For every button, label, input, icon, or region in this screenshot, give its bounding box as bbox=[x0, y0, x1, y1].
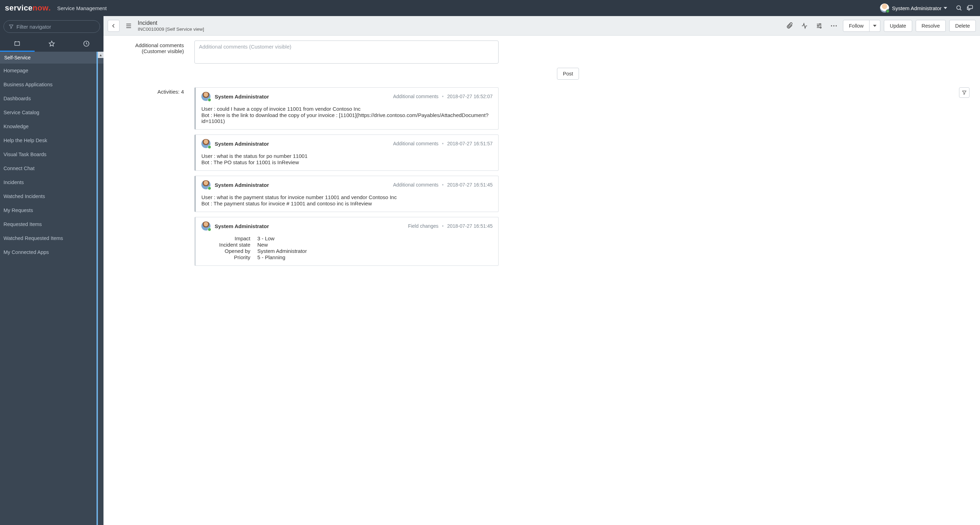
sidebar-item[interactable]: Service Catalog bbox=[0, 105, 103, 119]
activity-line: User : what is the status for po number … bbox=[201, 153, 493, 159]
sidebar-item[interactable]: Requested Items bbox=[0, 217, 103, 231]
personalize-form-button[interactable] bbox=[814, 20, 825, 32]
sidebar-item[interactable]: Watched Requested Items bbox=[0, 231, 103, 245]
activity-type: Additional comments bbox=[393, 141, 438, 146]
avatar bbox=[201, 222, 210, 230]
activity-card: System AdministratorAdditional comments•… bbox=[194, 176, 499, 212]
more-actions-button[interactable] bbox=[828, 20, 840, 32]
activity-author: System Administrator bbox=[215, 223, 269, 229]
chevron-down-icon bbox=[943, 7, 947, 9]
funnel-icon bbox=[962, 90, 967, 95]
form-menu-button[interactable] bbox=[123, 20, 134, 32]
sidebar-item[interactable]: Help the Help Desk bbox=[0, 133, 103, 148]
activity-timestamp: 2018-07-27 16:51:57 bbox=[447, 141, 493, 146]
post-button[interactable]: Post bbox=[557, 68, 579, 79]
svg-point-16 bbox=[831, 25, 832, 26]
svg-point-17 bbox=[833, 25, 834, 26]
field-change-row: Incident stateNew bbox=[201, 242, 493, 247]
activities-label: Activities: 4 bbox=[114, 87, 184, 95]
activity-line: Bot : The PO status for 11001 is InRevie… bbox=[201, 159, 493, 165]
star-icon bbox=[48, 40, 55, 47]
avatar bbox=[201, 139, 210, 148]
svg-point-11 bbox=[819, 24, 821, 24]
chevron-left-icon bbox=[111, 24, 116, 28]
paperclip-icon bbox=[786, 22, 793, 29]
activity-card: System AdministratorAdditional comments•… bbox=[194, 135, 499, 171]
activity-timestamp: 2018-07-27 16:51:45 bbox=[447, 182, 493, 187]
sidebar-item[interactable]: Visual Task Boards bbox=[0, 148, 103, 161]
nav-tabs bbox=[0, 36, 103, 52]
logo-suffix: . bbox=[49, 3, 51, 13]
chevron-down-icon bbox=[873, 25, 877, 27]
activity-line: Bot : Here is the link to download the c… bbox=[201, 112, 493, 124]
svg-point-0 bbox=[956, 6, 961, 10]
tab-history[interactable] bbox=[69, 36, 103, 52]
svg-rect-3 bbox=[15, 41, 20, 45]
sidebar: Self-Service ▲ HomepageBusiness Applicat… bbox=[0, 16, 103, 525]
chat-icon[interactable] bbox=[965, 2, 976, 14]
sidebar-item[interactable]: My Connected Apps bbox=[0, 245, 103, 259]
delete-button[interactable]: Delete bbox=[949, 20, 976, 32]
sidebar-item[interactable]: Watched Incidents bbox=[0, 189, 103, 203]
sidebar-item[interactable]: My Requests bbox=[0, 203, 103, 217]
menu-icon bbox=[125, 23, 132, 29]
field-change-row: Impact3 - Low bbox=[201, 235, 493, 241]
form-header: Incident INC0010009 [Self Service view] … bbox=[103, 16, 980, 36]
activity-list: System AdministratorAdditional comments•… bbox=[194, 87, 499, 271]
sidebar-item[interactable]: Dashboards bbox=[0, 92, 103, 105]
field-change-row: Priority5 - Planning bbox=[201, 254, 493, 260]
activity-author: System Administrator bbox=[215, 141, 269, 147]
activity-author: System Administrator bbox=[215, 94, 269, 100]
product-logo[interactable]: servicenow. bbox=[5, 3, 51, 13]
sliders-icon bbox=[816, 22, 822, 29]
svg-point-18 bbox=[835, 25, 837, 26]
resolve-button[interactable]: Resolve bbox=[916, 20, 946, 32]
comments-textarea[interactable]: Additional comments (Customer visible) bbox=[194, 41, 499, 63]
follow-button[interactable]: Follow bbox=[843, 20, 870, 32]
activity-card: System AdministratorField changes•2018-0… bbox=[194, 217, 499, 266]
activity-line: User : what is the payment status for in… bbox=[201, 194, 493, 200]
sidebar-item[interactable]: Business Applications bbox=[0, 78, 103, 92]
clock-icon bbox=[83, 40, 90, 47]
logo-text-2: now bbox=[32, 3, 49, 13]
tab-all-apps[interactable] bbox=[0, 36, 35, 52]
nav-list: HomepageBusiness ApplicationsDashboardsS… bbox=[0, 63, 103, 525]
sidebar-item[interactable]: Connect Chat bbox=[0, 161, 103, 175]
content-area: Incident INC0010009 [Self Service view] … bbox=[103, 16, 980, 525]
filter-input[interactable] bbox=[16, 24, 95, 30]
search-icon[interactable] bbox=[953, 2, 965, 14]
back-button[interactable] bbox=[108, 20, 119, 32]
update-button[interactable]: Update bbox=[884, 20, 912, 32]
scroll-up-icon[interactable]: ▲ bbox=[98, 52, 103, 58]
sidebar-item[interactable]: Incidents bbox=[0, 175, 103, 189]
tab-favorites[interactable] bbox=[35, 36, 69, 52]
field-label-comments: Additional comments (Customer visible) bbox=[114, 41, 184, 63]
user-name: System Administrator bbox=[892, 5, 942, 11]
more-icon bbox=[830, 24, 837, 27]
attachment-button[interactable] bbox=[784, 20, 795, 32]
activity-icon bbox=[801, 22, 808, 29]
avatar bbox=[201, 92, 210, 101]
activity-type: Additional comments bbox=[393, 182, 438, 187]
sidebar-item[interactable]: Homepage bbox=[0, 63, 103, 78]
follow-dropdown[interactable] bbox=[870, 20, 880, 32]
funnel-icon bbox=[9, 24, 14, 29]
activity-type: Field changes bbox=[408, 223, 438, 229]
svg-rect-2 bbox=[968, 6, 973, 9]
sidebar-item[interactable]: Knowledge bbox=[0, 119, 103, 133]
activity-stream-button[interactable] bbox=[799, 20, 810, 32]
svg-line-1 bbox=[960, 9, 961, 11]
top-banner: servicenow. Service Management System Ad… bbox=[0, 0, 980, 16]
filter-navigator[interactable] bbox=[3, 20, 100, 33]
nav-section-self-service[interactable]: Self-Service bbox=[0, 52, 103, 63]
activity-timestamp: 2018-07-27 16:51:45 bbox=[447, 223, 493, 229]
user-menu[interactable]: System Administrator bbox=[880, 3, 947, 13]
avatar bbox=[201, 180, 210, 189]
avatar bbox=[880, 3, 889, 13]
field-change-row: Opened bySystem Administrator bbox=[201, 248, 493, 254]
activity-line: User : could I have a copy of invoice 11… bbox=[201, 106, 493, 112]
activity-filter-button[interactable] bbox=[959, 87, 969, 98]
activity-author: System Administrator bbox=[215, 182, 269, 188]
svg-point-13 bbox=[818, 25, 818, 26]
svg-point-15 bbox=[820, 27, 821, 28]
